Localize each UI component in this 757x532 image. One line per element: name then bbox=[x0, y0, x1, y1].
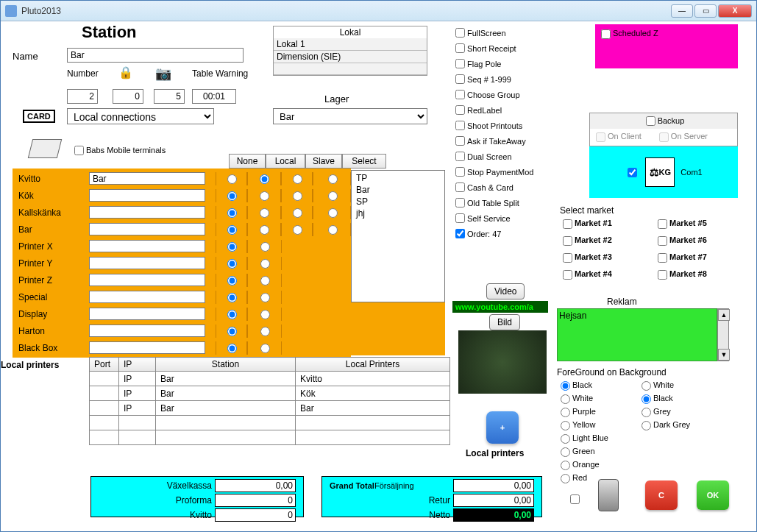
printer-input[interactable] bbox=[89, 172, 205, 185]
connection-select[interactable]: Local connections bbox=[67, 108, 214, 124]
flag-short-receipt[interactable]: Short Receipt bbox=[452, 41, 555, 55]
scroll-up-icon[interactable]: ▲ bbox=[718, 309, 730, 321]
flag-fullscreen[interactable]: FullScreen bbox=[452, 26, 555, 40]
total-input[interactable] bbox=[215, 508, 296, 522]
printer-input[interactable] bbox=[89, 189, 205, 202]
fg-radio-light-blue[interactable]: Light Blue bbox=[557, 432, 608, 444]
printer-radio-local[interactable] bbox=[260, 174, 269, 184]
number-input[interactable] bbox=[67, 89, 98, 104]
printer-input[interactable] bbox=[89, 274, 205, 286]
phone-checkbox[interactable] bbox=[570, 494, 580, 504]
flag-ask-if-takeaway[interactable]: Ask if TakeAway bbox=[452, 134, 555, 148]
table-row[interactable]: IPBarKök bbox=[90, 386, 450, 401]
printer-radio-local[interactable] bbox=[260, 293, 270, 302]
printer-radio-none[interactable] bbox=[227, 344, 237, 353]
market-checkbox[interactable] bbox=[563, 270, 572, 280]
market-check[interactable]: Market #1 bbox=[560, 217, 642, 231]
printer-input[interactable] bbox=[89, 308, 205, 320]
fg-radio-orange[interactable]: Orange bbox=[557, 458, 608, 470]
lager-select[interactable]: Bar bbox=[273, 108, 427, 124]
backup-checkbox[interactable] bbox=[646, 116, 655, 126]
flag-stop-paymentmod[interactable]: Stop PaymentMod bbox=[452, 165, 555, 179]
flag-checkbox[interactable] bbox=[455, 121, 465, 130]
bg-radio-white[interactable]: White bbox=[638, 379, 690, 391]
flag-checkbox[interactable] bbox=[455, 90, 465, 99]
flag-checkbox[interactable] bbox=[455, 182, 465, 192]
minimize-button[interactable]: — bbox=[671, 4, 693, 18]
bg-radio[interactable] bbox=[642, 408, 651, 417]
fg-radio-black[interactable]: Black bbox=[557, 379, 608, 391]
bg-radio[interactable] bbox=[642, 394, 651, 404]
gt-value-1[interactable] bbox=[453, 494, 534, 507]
on-server-check[interactable]: On Server bbox=[656, 130, 708, 144]
printer-radio-local[interactable] bbox=[260, 225, 269, 235]
flag-dual-screen[interactable]: Dual Screen bbox=[452, 149, 555, 163]
table-warning-input[interactable] bbox=[192, 89, 236, 104]
printer-radio-local[interactable] bbox=[260, 344, 270, 353]
gt-value-2[interactable] bbox=[453, 508, 534, 522]
bild-button[interactable]: Bild bbox=[489, 314, 520, 330]
printer-radio-select[interactable] bbox=[328, 191, 338, 201]
weight-checkbox[interactable] bbox=[628, 168, 637, 177]
flag-old-table-split[interactable]: Old Table Split bbox=[452, 196, 555, 210]
fg-radio-yellow[interactable]: Yellow bbox=[557, 419, 608, 430]
fg-radio-white[interactable]: White bbox=[557, 392, 608, 404]
market-checkbox[interactable] bbox=[658, 253, 667, 263]
printer-radio-local[interactable] bbox=[260, 310, 270, 319]
fg-radio[interactable] bbox=[561, 381, 570, 391]
table-row[interactable]: IPBarKvitto bbox=[90, 372, 450, 386]
fg-radio[interactable] bbox=[561, 447, 570, 457]
printer-radio-select[interactable] bbox=[328, 174, 338, 184]
flag-checkbox[interactable] bbox=[455, 213, 465, 223]
total-input[interactable] bbox=[215, 479, 296, 492]
market-checkbox[interactable] bbox=[563, 236, 572, 246]
bg-radio-black[interactable]: Black bbox=[638, 392, 690, 404]
fg-radio[interactable] bbox=[561, 434, 570, 444]
fg-radio-purple[interactable]: Purple bbox=[557, 405, 608, 417]
select-listbox[interactable]: TP Bar SP jhj bbox=[351, 170, 445, 302]
flag-checkbox[interactable] bbox=[455, 43, 465, 53]
fg-radio[interactable] bbox=[561, 474, 570, 483]
flag-redlabel[interactable]: RedLabel bbox=[452, 103, 555, 117]
printer-radio-none[interactable] bbox=[227, 259, 237, 269]
market-checkbox[interactable] bbox=[563, 219, 572, 229]
add-local-printer-button[interactable]: + bbox=[486, 411, 519, 444]
bg-radio-grey[interactable]: Grey bbox=[638, 405, 690, 417]
market-check[interactable]: Market #3 bbox=[560, 251, 642, 265]
market-check[interactable]: Market #7 bbox=[655, 251, 736, 265]
gt-value-0[interactable] bbox=[453, 479, 534, 492]
printer-input[interactable] bbox=[89, 223, 205, 235]
lokal-row-0[interactable]: Lokal 1 bbox=[274, 38, 427, 51]
printer-radio-none[interactable] bbox=[227, 310, 237, 319]
flag-checkbox[interactable] bbox=[455, 198, 465, 208]
market-check[interactable]: Market #2 bbox=[560, 234, 642, 248]
printer-radio-none[interactable] bbox=[227, 242, 237, 252]
flag-checkbox[interactable] bbox=[455, 229, 465, 238]
market-checkbox[interactable] bbox=[658, 236, 667, 246]
printer-input[interactable] bbox=[89, 240, 205, 252]
market-checkbox[interactable] bbox=[658, 219, 667, 229]
video-button[interactable]: Video bbox=[486, 283, 525, 299]
total-input[interactable] bbox=[215, 494, 296, 507]
scheduled-z-check[interactable]: Scheduled Z bbox=[598, 29, 658, 38]
market-checkbox[interactable] bbox=[563, 253, 572, 263]
printer-radio-select[interactable] bbox=[328, 208, 338, 218]
flag-checkbox[interactable] bbox=[455, 28, 465, 38]
camera-input[interactable] bbox=[154, 89, 185, 104]
market-check[interactable]: Market #4 bbox=[560, 268, 642, 282]
flag-cash-card[interactable]: Cash & Card bbox=[452, 180, 555, 194]
lock-input[interactable] bbox=[113, 89, 143, 104]
market-check[interactable]: Market #5 bbox=[655, 217, 736, 231]
list-item[interactable]: SP bbox=[353, 196, 443, 208]
on-client-checkbox[interactable] bbox=[596, 132, 605, 142]
printer-input[interactable] bbox=[89, 257, 205, 269]
babs-checkbox[interactable] bbox=[74, 146, 84, 155]
maximize-button[interactable]: ▭ bbox=[694, 4, 717, 18]
scheduled-z-checkbox[interactable] bbox=[601, 29, 611, 39]
printer-radio-local[interactable] bbox=[260, 208, 269, 218]
printer-radio-slave[interactable] bbox=[293, 174, 302, 184]
printer-radio-slave[interactable] bbox=[293, 208, 302, 218]
babs-check[interactable]: Babs Mobile terminals bbox=[71, 143, 166, 157]
flag-choose-group[interactable]: Choose Group bbox=[452, 88, 555, 102]
printer-radio-none[interactable] bbox=[227, 293, 237, 302]
